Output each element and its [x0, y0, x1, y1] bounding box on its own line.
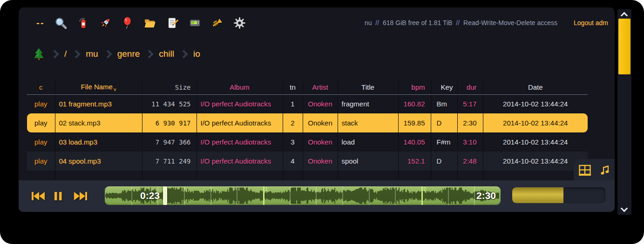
table-row[interactable]: play03 load.mp37 947 366I/O perfect Audi…	[27, 132, 588, 152]
breadcrumb-item-genre[interactable]: genre	[117, 49, 140, 59]
cell-bpm: 152.1	[398, 152, 431, 171]
scrollbar-thumb[interactable]	[618, 19, 630, 74]
grid-view-icon[interactable]	[578, 164, 592, 177]
breadcrumb: /mugenrechillio	[33, 45, 200, 63]
seekbar-gridline	[395, 186, 396, 205]
cell-title: spool	[338, 152, 398, 171]
cell-artist: Onoken	[303, 94, 338, 113]
pause-button[interactable]	[54, 191, 62, 203]
current-time: 0:23	[140, 186, 160, 205]
cell-album: I/O perfect Audiotracks	[197, 152, 283, 171]
cell-date: 2014-10-02 13:44:24	[483, 113, 588, 132]
column-header-bpm[interactable]: bpm	[398, 80, 431, 94]
seekbar-gridline	[210, 186, 211, 205]
cell-artist: Onoken	[303, 132, 338, 152]
cell-tn: 4	[283, 152, 303, 171]
cell-name[interactable]: 03 load.mp3	[55, 132, 142, 152]
breadcrumb-chevron-icon	[145, 50, 154, 58]
table-row[interactable]: play01 fragment.mp311 434 525I/O perfect…	[27, 94, 588, 113]
scrollbar[interactable]	[617, 9, 631, 215]
column-header-title[interactable]: Title	[338, 80, 398, 94]
cell-album: I/O perfect Audiotracks	[197, 113, 283, 132]
cell-name[interactable]: 02 stack.mp3	[55, 113, 142, 132]
cell-artist: Onoken	[303, 152, 338, 171]
column-header-date[interactable]: Date	[483, 80, 588, 94]
cell-tn: 2	[283, 113, 303, 132]
total-time: 2:30	[476, 186, 496, 205]
cell-artist: Onoken	[303, 113, 338, 132]
minute-marker-label: 2	[423, 186, 426, 192]
minute-marker: 2	[421, 186, 423, 205]
app-surface: -- nu // 618 GiB free of	[19, 7, 615, 212]
file-table: cFile NamevSizeAlbumtnArtistTitlebpmKeyd…	[27, 80, 588, 190]
breadcrumb-item-io[interactable]: io	[193, 49, 200, 59]
cell-c[interactable]: play	[27, 94, 55, 113]
seekbar-gridline	[131, 186, 132, 205]
volume-slider[interactable]	[512, 187, 605, 203]
column-header-artist[interactable]: Artist	[303, 80, 338, 94]
column-header-dur[interactable]: dur	[457, 80, 483, 94]
cell-name[interactable]: 01 fragment.mp3	[55, 94, 142, 113]
cell-c[interactable]: play	[27, 152, 55, 171]
rocket-icon[interactable]	[99, 17, 112, 29]
pager-icon[interactable]	[189, 17, 201, 29]
table-row[interactable]: play02 stack.mp36 930 917I/O perfect Aud…	[27, 113, 588, 132]
dashes-icon[interactable]: --	[36, 17, 45, 29]
cell-date: 2014-10-02 13:44:24	[483, 94, 588, 113]
seekbar-gridline	[316, 186, 317, 205]
music-note-icon[interactable]	[598, 164, 610, 176]
cell-album: I/O perfect Audiotracks	[197, 94, 283, 113]
gear-icon[interactable]	[233, 17, 246, 29]
column-header-tn[interactable]: tn	[283, 80, 303, 94]
breadcrumb-chevron-icon	[179, 50, 188, 58]
breadcrumb-item-chill[interactable]: chill	[159, 49, 174, 59]
fire-extinguisher-icon[interactable]	[77, 17, 89, 29]
column-header-c[interactable]: c	[27, 80, 55, 94]
column-header-key[interactable]: Key	[431, 80, 457, 94]
column-header-name[interactable]: File Namev	[55, 80, 142, 94]
window: -- nu // 618 GiB free of	[0, 0, 644, 244]
logout-link[interactable]: Logout adm	[574, 19, 608, 26]
seekbar[interactable]: 0:23 2:30 12	[105, 186, 501, 205]
cell-dur: 2:48	[457, 152, 483, 171]
column-header-size[interactable]: Size	[142, 80, 197, 94]
tree-icon[interactable]	[33, 47, 45, 61]
previous-track-button[interactable]	[31, 191, 45, 203]
cell-title: fragment	[338, 94, 398, 113]
trumpet-icon[interactable]	[211, 17, 224, 29]
seekbar-gridline	[184, 186, 185, 205]
table-row[interactable]: play04 spool.mp37 711 249I/O perfect Aud…	[27, 152, 588, 171]
cell-size: 6 930 917	[142, 113, 197, 132]
breadcrumb-chevron-icon	[103, 50, 112, 58]
seekbar-gridline	[290, 186, 291, 205]
cell-dur: 3:10	[457, 132, 483, 152]
playhead-cursor[interactable]	[163, 186, 167, 205]
cell-key: Bm	[431, 94, 457, 113]
cell-c[interactable]: play	[27, 113, 55, 132]
minute-marker-label: 1	[265, 186, 268, 192]
cell-name[interactable]: 04 spool.mp3	[55, 152, 142, 171]
cell-title: stack	[338, 113, 398, 132]
search-icon[interactable]	[54, 17, 67, 29]
next-track-button[interactable]	[74, 191, 88, 203]
seekbar-gridline	[237, 186, 237, 205]
column-header-album[interactable]: Album	[197, 80, 283, 94]
memo-icon[interactable]	[166, 17, 179, 29]
folder-icon[interactable]	[144, 17, 156, 29]
seekbar-gridline	[369, 186, 370, 205]
balloon-icon[interactable]	[122, 17, 134, 29]
seekbar-gridline	[342, 186, 343, 205]
scroll-up-icon[interactable]	[621, 12, 628, 20]
cell-c[interactable]: play	[27, 132, 55, 152]
status-separator: //	[373, 19, 381, 26]
breadcrumb-item-mu[interactable]: mu	[86, 49, 98, 59]
status-user: nu	[365, 19, 372, 26]
breadcrumb-item-root[interactable]: /	[64, 49, 67, 59]
minute-marker: 1	[263, 186, 264, 205]
status-free-space: 618 GiB free of 1.81 TiB	[383, 19, 452, 26]
status-separator: //	[454, 19, 461, 26]
scroll-down-icon[interactable]	[621, 205, 628, 212]
cell-date: 2014-10-02 13:44:24	[483, 132, 588, 152]
status-text: nu // 618 GiB free of 1.81 TiB // Read-W…	[365, 19, 557, 26]
cell-tn: 3	[283, 132, 303, 152]
